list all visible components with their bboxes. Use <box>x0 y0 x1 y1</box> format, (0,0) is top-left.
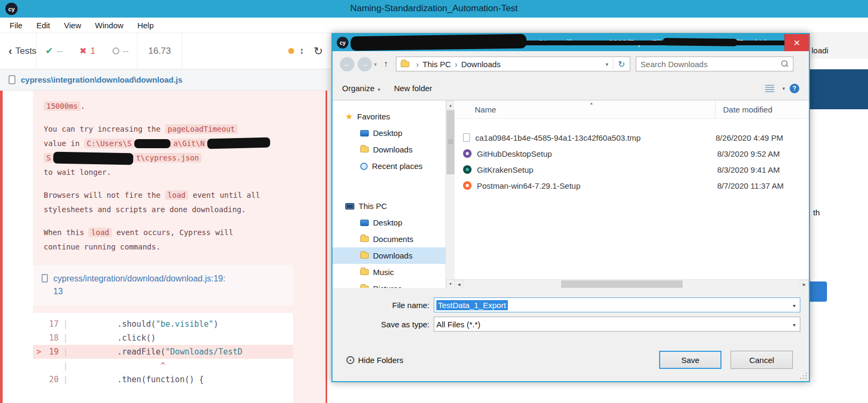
background-header-fragment <box>810 69 868 109</box>
tree-scrollbar[interactable]: ▲ ▼ <box>445 101 455 288</box>
folder-icon <box>360 147 369 152</box>
file-name-input[interactable]: TestData_1_Export ▾ <box>434 297 800 312</box>
organize-button[interactable]: Organize▾ <box>342 84 380 93</box>
scroll-up-button[interactable]: ▲ <box>446 101 455 110</box>
refresh-button[interactable]: ↻ <box>613 59 630 69</box>
tree-item-pc-music[interactable]: Music <box>332 264 445 280</box>
new-folder-button[interactable]: New folder <box>394 84 432 93</box>
file-name-selection: TestData_1_Export <box>436 300 508 310</box>
back-to-tests-button[interactable]: ‹ Tests <box>9 45 36 57</box>
autoscroll-arrow-icon[interactable]: ↕ <box>299 46 304 57</box>
tree-item-favorites[interactable]: ★ Favorites <box>332 108 445 125</box>
breadcrumb-item-this-pc[interactable]: This PC <box>423 60 451 69</box>
app-title: Naming-Standardization_Automation-Test <box>350 3 518 14</box>
error-file-link[interactable]: cypress/integration/download/download.js… <box>53 272 225 298</box>
tree-item-pc-documents[interactable]: Documents <box>332 231 445 247</box>
code-chip-path-mid2: S <box>44 153 53 163</box>
code-snippet: 17|.should("be.visible") 18|.click() >19… <box>33 313 293 403</box>
spec-path-link[interactable]: cypress\integration\download\download.js <box>21 75 182 84</box>
error-left-border <box>0 91 3 403</box>
sort-ascending-icon: ▴ <box>590 101 593 106</box>
star-icon: ★ <box>345 111 353 122</box>
save-type-select[interactable]: All Files (*.*) ▾ <box>434 317 800 332</box>
file-row[interactable]: ca1a0984-1b4e-4585-94a1-13c42f60a503.tmp… <box>455 130 809 146</box>
view-dropdown-icon[interactable]: ▾ <box>782 86 785 91</box>
gitkraken-icon <box>463 165 472 174</box>
code-line-19-active: >19|.readFile("Downloads/TestD <box>33 345 293 359</box>
redaction-blob <box>134 139 171 148</box>
scrollbar-thumb[interactable] <box>447 110 455 174</box>
hide-folders-button[interactable]: ▴ Hide Folders <box>346 356 403 365</box>
pending-circle-icon <box>112 47 119 54</box>
file-list: ▴ Name Date modified ca1a0984-1b4e-4585-… <box>455 101 809 288</box>
cross-icon: ✖ <box>79 46 86 56</box>
code-caret-line: | ^ <box>33 359 293 373</box>
menu-item-window[interactable]: Window <box>95 21 123 30</box>
forward-button[interactable]: → <box>358 57 372 71</box>
error-file-link-card[interactable]: cypress/integration/download/download.js… <box>33 265 293 305</box>
scrollbar-thumb[interactable] <box>561 280 683 288</box>
menubar: File Edit View Window Help <box>0 18 868 33</box>
column-header-name[interactable]: Name <box>455 101 716 118</box>
tree-item-this-pc[interactable]: This PC <box>332 198 445 214</box>
scroll-down-button[interactable]: ▼ <box>446 279 455 288</box>
desktop-icon <box>360 220 369 226</box>
combo-dropdown-icon[interactable]: ▾ <box>793 322 796 328</box>
tree-item-fav-downloads[interactable]: Downloads <box>332 141 445 158</box>
code-chip-path-end: t\cypress.json <box>133 153 201 163</box>
cypress-logo-icon: cy <box>337 37 348 49</box>
save-button[interactable]: Save <box>659 351 721 369</box>
combo-dropdown-icon[interactable]: ▾ <box>793 303 796 309</box>
history-dropdown-icon[interactable]: ▾ <box>374 61 377 67</box>
tests-label: Tests <box>15 46 37 57</box>
dialog-navrow: ← → ▾ ↑ › This PC › Downloads ▾ ↻ Search… <box>332 51 809 77</box>
file-row[interactable]: GitKrakenSetup 8/3/2020 9:41 AM <box>455 162 809 178</box>
stat-pending: -- <box>104 46 137 56</box>
file-row[interactable]: Postman-win64-7.29.1-Setup 8/7/2020 11:3… <box>455 178 809 194</box>
view-options-icon[interactable] <box>765 85 774 92</box>
horizontal-scrollbar[interactable]: ◀ ▶ <box>455 279 809 288</box>
tree-item-pc-pictures[interactable]: Pictures <box>332 280 445 288</box>
tree-item-recent-places[interactable]: Recent places <box>332 158 445 174</box>
folder-icon <box>360 253 369 259</box>
menu-item-file[interactable]: File <box>10 21 22 30</box>
back-button[interactable]: ← <box>340 57 354 71</box>
help-button[interactable]: ? <box>790 84 799 93</box>
scroll-right-button[interactable]: ▶ <box>800 280 809 288</box>
search-icon <box>781 60 788 68</box>
cypress-logo-icon: cy <box>5 3 18 15</box>
menu-item-help[interactable]: Help <box>137 21 154 30</box>
background-button-fragment <box>810 281 827 302</box>
search-input[interactable]: Search Downloads <box>636 57 793 71</box>
dialog-command-bar: Organize▾ New folder ▾ ? <box>332 77 809 100</box>
dropdown-icon: ▾ <box>378 87 380 92</box>
address-dropdown-icon[interactable]: ▾ <box>602 61 613 67</box>
tree-item-fav-desktop[interactable]: Desktop <box>332 125 445 141</box>
folder-icon <box>401 61 409 67</box>
file-row[interactable]: GitHubDesktopSetup 8/3/2020 9:52 AM <box>455 146 809 162</box>
breadcrumb-separator-icon: › <box>416 60 419 69</box>
code-chip-timeout: 15000ms <box>44 101 80 111</box>
up-button[interactable]: ↑ <box>379 59 393 69</box>
menu-item-view[interactable]: View <box>64 21 81 30</box>
breadcrumb-item-downloads[interactable]: Downloads <box>461 60 500 69</box>
refresh-icon[interactable]: ↻ <box>313 45 323 58</box>
close-button[interactable]: × <box>784 34 809 51</box>
code-line-18: 18|.click() <box>33 331 293 345</box>
code-line-17: 17|.should("be.visible") <box>33 317 293 331</box>
error-paragraph-2: Browsers will not fire the load event un… <box>33 188 326 217</box>
breadcrumb-bar[interactable]: › This PC › Downloads ▾ ↻ <box>396 57 630 71</box>
cancel-button[interactable]: Cancel <box>731 351 793 369</box>
tree-item-pc-downloads-selected[interactable]: Downloads <box>332 247 445 264</box>
error-line: value in C:\Users\Sa\Git\N <box>33 136 326 151</box>
column-header-date-modified[interactable]: Date modified <box>716 101 809 118</box>
tmp-file-icon <box>463 133 470 142</box>
scroll-left-button[interactable]: ◀ <box>455 280 464 288</box>
scrollbar-grip <box>448 140 453 144</box>
menu-item-edit[interactable]: Edit <box>36 21 50 30</box>
tree-item-pc-desktop[interactable]: Desktop <box>332 214 445 231</box>
resize-grip[interactable] <box>806 378 807 379</box>
failed-count: 1 <box>91 46 95 56</box>
code-chip-path-mid: a\Git\N <box>171 139 207 148</box>
file-list-header: ▴ Name Date modified <box>455 101 809 119</box>
